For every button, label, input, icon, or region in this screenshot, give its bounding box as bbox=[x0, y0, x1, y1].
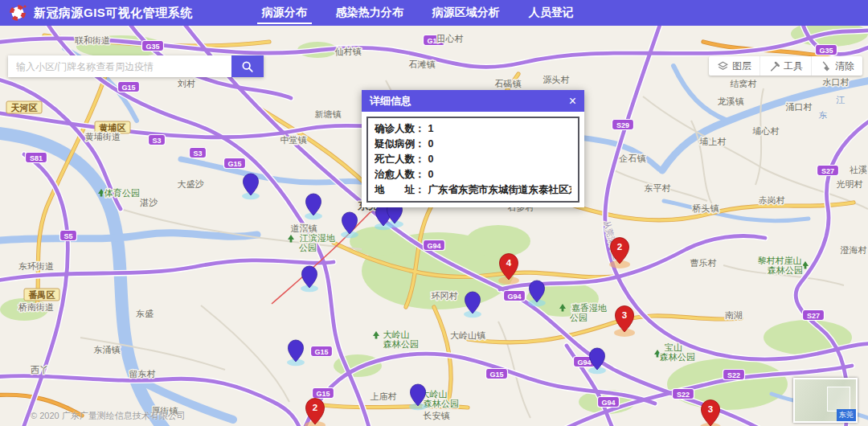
app-title: 新冠病源GIS可视化管理系统 bbox=[34, 6, 193, 21]
map-label: 东环街道 bbox=[18, 261, 54, 271]
popup-row-label: 疑似病例： bbox=[375, 137, 425, 152]
lifebuoy-icon bbox=[8, 3, 27, 23]
road-shield-label: G94 bbox=[507, 293, 521, 301]
map-label: 东 bbox=[819, 110, 828, 120]
clear-button[interactable]: 清除 bbox=[811, 56, 862, 76]
popup-row-value: 0 bbox=[428, 167, 434, 182]
road-shield-label: S3 bbox=[152, 137, 161, 145]
layers-icon bbox=[717, 60, 729, 72]
map-label: 石滩镇 bbox=[409, 59, 436, 69]
map-pin-blue[interactable] bbox=[287, 340, 305, 366]
road-shield-label: S27 bbox=[807, 312, 820, 320]
map-label: 企石镇 bbox=[619, 154, 646, 163]
popup-title: 详细信息 bbox=[370, 94, 411, 109]
popup-row-3: 治愈人数：0 bbox=[375, 167, 571, 182]
map-label: 曹乐村 bbox=[690, 258, 717, 268]
road-shield-label: G94 bbox=[577, 358, 591, 367]
map-pin-blue[interactable] bbox=[242, 174, 260, 199]
map-label: 东平村 bbox=[645, 183, 671, 193]
map-pin-blue[interactable] bbox=[464, 292, 481, 317]
tool-button-label: 图层 bbox=[732, 59, 751, 73]
tools-button[interactable]: 工具 bbox=[760, 56, 811, 76]
brand: 新冠病源GIS可视化管理系统 bbox=[0, 3, 193, 23]
map-label: 仙村镇 bbox=[335, 47, 362, 56]
tab-heat-distribution[interactable]: 感染热力分布 bbox=[321, 0, 418, 26]
tool-button-label: 工具 bbox=[784, 59, 803, 73]
map-label: 澄海村 bbox=[841, 245, 867, 255]
detail-popup: 详细信息 × 确诊人数：1疑似病例：0死亡人数：0治愈人数：0地 址：广东省东莞… bbox=[362, 90, 584, 207]
popup-detail-box: 确诊人数：1疑似病例：0死亡人数：0治愈人数：0地 址：广东省东莞市东城街道东泰… bbox=[366, 117, 579, 203]
road-shield-label: G15 bbox=[121, 84, 135, 92]
tab-region-analysis[interactable]: 病源区域分析 bbox=[418, 0, 514, 26]
map-label: 石碣镇 bbox=[495, 79, 522, 88]
road-shield-label: G94 bbox=[601, 399, 615, 407]
road-shield-label: S22 bbox=[727, 371, 740, 379]
map-pin-blue[interactable] bbox=[528, 281, 546, 306]
tools-icon bbox=[768, 60, 780, 72]
layers-button[interactable]: 图层 bbox=[709, 56, 760, 76]
map-label: 龙溪镇 bbox=[718, 96, 744, 106]
district-badge-label: 天河区 bbox=[10, 103, 38, 113]
map-label: 中堂镇 bbox=[280, 135, 307, 145]
popup-row-value: 1 bbox=[428, 121, 434, 137]
popup-row-0: 确诊人数：1 bbox=[375, 121, 571, 137]
navbar: 新冠病源GIS可视化管理系统 病源分布感染热力分布病源区域分析人员登记 bbox=[0, 0, 868, 26]
road-shield-label: G35 bbox=[145, 43, 159, 51]
map-pin-red[interactable]: 2 bbox=[609, 238, 630, 269]
road-shield-label: S5 bbox=[63, 232, 72, 240]
map-label: 水口村 bbox=[823, 77, 850, 87]
pin-count-label: 3 bbox=[622, 310, 627, 320]
tab-source-distribution[interactable]: 病源分布 bbox=[248, 0, 321, 26]
road-shield-label: S27 bbox=[821, 167, 834, 175]
map-label: 留东村 bbox=[129, 369, 156, 379]
search-icon bbox=[241, 60, 254, 73]
map-label: 森林公园 bbox=[768, 265, 803, 275]
road-shield-label: S3 bbox=[193, 150, 202, 158]
pin-count-label: 2 bbox=[617, 242, 622, 252]
popup-row-1: 疑似病例：0 bbox=[375, 137, 571, 152]
popup-row-value: 广东省东莞市东城街道东泰社区东… bbox=[428, 182, 572, 198]
minimap[interactable]: 东莞 bbox=[793, 378, 858, 423]
map-pin-blue[interactable] bbox=[301, 266, 318, 292]
popup-header: 详细信息 × bbox=[362, 90, 584, 112]
map-label: 体育公园 bbox=[104, 188, 140, 198]
map-label: 黄埔街道 bbox=[85, 132, 121, 141]
map-label: 田心村 bbox=[437, 34, 464, 43]
map-label: 上庙村 bbox=[371, 391, 397, 401]
tool-button-label: 清除 bbox=[835, 59, 854, 73]
map-label: 东涌镇 bbox=[94, 345, 121, 354]
map-pin-blue[interactable] bbox=[305, 194, 322, 219]
map-label: 南湖 bbox=[725, 310, 743, 320]
road-shield-label: G15 bbox=[227, 160, 241, 168]
popup-row-label: 死亡人数： bbox=[375, 152, 425, 167]
map-label: 森林公园 bbox=[424, 399, 459, 408]
map-pin-blue[interactable] bbox=[341, 212, 358, 238]
road-shield-label: G94 bbox=[427, 242, 440, 250]
map-label: 结窝村 bbox=[731, 79, 757, 88]
map-label: 赤岗村 bbox=[759, 195, 785, 205]
map-pin-blue[interactable] bbox=[409, 384, 427, 410]
map-label: 长安镇 bbox=[423, 411, 450, 420]
map-pin-red[interactable]: 3 bbox=[614, 306, 635, 338]
map-label: 江 bbox=[836, 95, 845, 104]
map-label: 桥南街道 bbox=[18, 302, 54, 312]
map-label: 黎村村崖山 bbox=[758, 256, 802, 265]
map-label: 公园 bbox=[570, 313, 588, 322]
search-input[interactable] bbox=[8, 55, 231, 77]
map-label: 大盛沙 bbox=[178, 179, 205, 189]
search-button[interactable] bbox=[231, 55, 264, 77]
popup-row-label: 确诊人数： bbox=[375, 121, 425, 137]
map-pin-blue[interactable] bbox=[588, 348, 606, 374]
map-copyright: © 2020 广东广量测绘信息技术有限公司 bbox=[31, 410, 186, 422]
map-label: 大岭山镇 bbox=[450, 330, 485, 340]
road-shield-label: S81 bbox=[30, 154, 43, 162]
road-shield-label: G15 bbox=[316, 390, 330, 398]
road-shield-label: G35 bbox=[819, 47, 833, 55]
map-label: 社溪 bbox=[850, 165, 867, 174]
broom-icon bbox=[820, 60, 832, 72]
tab-person-register[interactable]: 人员登记 bbox=[514, 0, 588, 26]
road-shield-label: G15 bbox=[314, 348, 328, 356]
close-icon[interactable]: × bbox=[569, 95, 576, 108]
search-bar bbox=[8, 55, 264, 77]
map-pin-red[interactable]: 4 bbox=[498, 254, 519, 285]
